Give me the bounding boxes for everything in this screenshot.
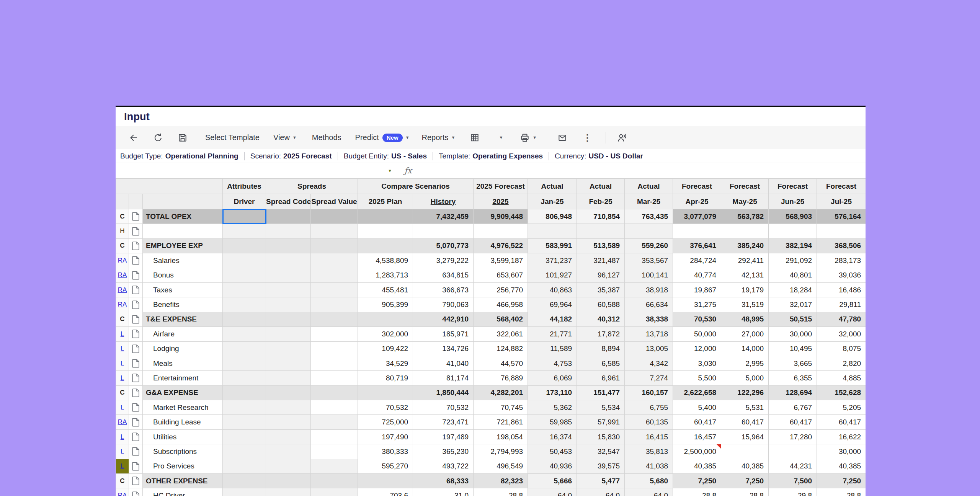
grid-cell[interactable]: 13,005 [625,341,673,356]
cell-note-icon[interactable] [129,341,143,356]
row-label[interactable]: Benefits [143,297,223,312]
grid-cell[interactable]: 3,665 [769,356,817,370]
grid-cell[interactable]: 40,385 [721,459,769,473]
grid-cell[interactable]: 80,719 [358,371,413,385]
grid-cell[interactable]: 721,861 [474,415,528,429]
grid-cell[interactable]: 28.8 [474,488,528,496]
grid-cell[interactable]: 725,000 [358,415,413,429]
grid-cell[interactable]: 16,622 [817,429,866,444]
grid-cell[interactable]: 197,489 [413,429,474,444]
row-type-link[interactable]: L [121,374,124,382]
row-label[interactable]: Market Research [143,400,223,415]
grid-cell[interactable]: 5,500 [673,371,721,385]
grid-cell[interactable]: 2,995 [721,356,769,370]
grid-cell[interactable]: 39,575 [577,459,625,473]
grid-cell[interactable]: 60,417 [721,415,769,429]
grid-cell[interactable]: 30,000 [769,327,817,341]
view-menu-button[interactable]: View ▼ [273,133,297,142]
grid-cell[interactable] [223,415,266,429]
row-type-cell[interactable]: RA [116,253,129,268]
grid-cell[interactable]: 442,910 [413,312,474,326]
grid-cell[interactable]: 14,000 [721,341,769,356]
cell-note-icon[interactable] [129,444,143,459]
methods-button[interactable]: Methods [312,133,341,142]
cell-note-icon[interactable] [129,238,143,253]
refresh-button[interactable] [153,133,163,143]
grid-cell[interactable]: 790,063 [413,297,474,312]
grid-cell[interactable]: 50,515 [769,312,817,326]
row-label[interactable]: Pro Services [143,459,223,473]
grid-cell[interactable] [266,327,311,341]
grid-cell[interactable]: 27,000 [721,327,769,341]
grid-cell[interactable]: 35,813 [625,444,673,459]
grid-cell[interactable]: 5,666 [528,474,577,488]
grid-cell[interactable]: 64.0 [577,488,625,496]
grid-cell[interactable] [223,429,266,444]
grid-cell[interactable]: 7,250 [721,474,769,488]
grid-cell[interactable] [266,429,311,444]
grid-cell[interactable]: 60,588 [577,297,625,312]
grid-cell[interactable]: 134,726 [413,341,474,356]
print-button[interactable]: ▼ [520,133,537,143]
row-type-link[interactable]: RA [118,301,127,308]
grid-cell[interactable] [266,297,311,312]
grid-cell[interactable]: 39,036 [817,268,866,282]
cell-reference-box[interactable] [116,163,171,178]
row-type-link[interactable]: L [121,462,124,470]
grid-cell[interactable]: 10,495 [769,341,817,356]
grid-cell[interactable]: 2,820 [817,356,866,370]
grid-cell[interactable]: 385,240 [721,238,769,253]
grid-cell[interactable]: 905,399 [358,297,413,312]
grid-cell[interactable] [311,341,358,356]
grid-cell[interactable] [266,224,311,238]
grid-cell[interactable]: 4,342 [625,356,673,370]
grid-cell[interactable]: 7,500 [769,474,817,488]
cell-note-icon[interactable] [129,385,143,400]
grid-cell[interactable]: 31,275 [673,297,721,312]
account-selector[interactable]: ▼ [171,163,396,178]
cell-note-icon[interactable] [129,253,143,268]
grid-cell[interactable] [266,488,311,496]
grid-cell[interactable]: 6,069 [528,371,577,385]
formula-input[interactable] [420,163,866,178]
grid-cell[interactable]: 368,506 [817,238,866,253]
grid-cell[interactable]: 7,250 [673,474,721,488]
grid-cell[interactable]: 16,415 [625,429,673,444]
grid-cell[interactable]: 34,529 [358,356,413,370]
grid-cell[interactable]: 1,850,444 [413,385,474,400]
grid-cell[interactable] [311,282,358,297]
grid-cell[interactable] [223,371,266,385]
grid-cell[interactable]: 563,782 [721,209,769,224]
grid-cell[interactable]: 38,338 [625,312,673,326]
column-header[interactable]: 2025 [474,194,528,209]
cell-note-icon[interactable] [129,488,143,496]
grid-cell[interactable] [721,224,769,238]
grid-cell[interactable]: 151,477 [577,385,625,400]
cell-note-icon[interactable] [129,297,143,312]
grid-cell[interactable]: 5,680 [625,474,673,488]
grid-cell[interactable]: 595,270 [358,459,413,473]
grid-cell[interactable]: 30,000 [817,444,866,459]
grid-cell[interactable]: 291,092 [769,253,817,268]
grid-cell[interactable]: 40,385 [673,459,721,473]
grid-cell[interactable]: 703.6 [358,488,413,496]
grid-cell[interactable]: 100,141 [625,268,673,282]
grid-cell[interactable]: 302,000 [358,327,413,341]
grid-cell[interactable]: 763,435 [625,209,673,224]
grid-cell[interactable]: 376,641 [673,238,721,253]
grid-cell[interactable]: 11,589 [528,341,577,356]
grid-cell[interactable]: 576,164 [817,209,866,224]
grid-cell[interactable]: 64.0 [625,488,673,496]
grid-cell[interactable] [266,268,311,282]
grid-cell[interactable]: 653,607 [474,268,528,282]
grid-cell[interactable]: 198,054 [474,429,528,444]
row-type-cell[interactable]: RA [116,488,129,496]
grid-cell[interactable]: 493,722 [413,459,474,473]
grid-cell[interactable]: 64.0 [528,488,577,496]
row-type-link[interactable]: RA [118,492,127,496]
back-button[interactable] [129,133,139,143]
grid-cell[interactable] [223,312,266,326]
grid-cell[interactable]: 41,040 [413,356,474,370]
grid-cell[interactable]: 2,794,993 [474,444,528,459]
grid-cell[interactable] [223,253,266,268]
